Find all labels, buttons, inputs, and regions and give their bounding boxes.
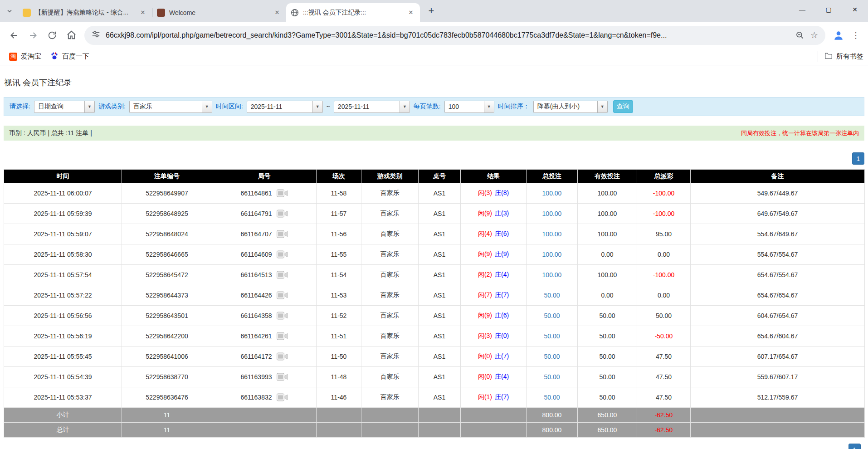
total-bet-link[interactable]: 100.00: [542, 271, 562, 278]
tab-close-icon[interactable]: ✕: [406, 8, 415, 17]
total-bet-link[interactable]: 50.00: [544, 373, 560, 381]
globe-icon: [291, 9, 299, 17]
close-button[interactable]: ✕: [842, 0, 868, 19]
date-to-select[interactable]: 2025-11-11 ▼: [334, 101, 410, 113]
new-tab-button[interactable]: +: [424, 3, 439, 19]
reload-button[interactable]: [43, 26, 62, 45]
round-number: 661164791: [240, 210, 272, 217]
cell-bet-id: 522958648925: [122, 204, 212, 224]
empty-cell: [361, 423, 419, 438]
video-replay-icon[interactable]: [277, 250, 288, 259]
maximize-button[interactable]: ▢: [815, 0, 842, 19]
cell-valid-bet: 0.00: [578, 244, 637, 265]
forward-button[interactable]: [24, 26, 43, 45]
back-button[interactable]: [5, 26, 24, 45]
page-1-button[interactable]: 1: [848, 444, 861, 449]
all-bookmarks[interactable]: 所有书签: [818, 51, 863, 62]
chevron-down-icon: ▼: [400, 101, 410, 112]
bookmark-star-icon[interactable]: ☆: [810, 31, 818, 39]
video-replay-icon[interactable]: [277, 189, 288, 197]
home-button[interactable]: [62, 26, 81, 45]
player-result: 闲(0): [478, 373, 492, 380]
total-bet-link[interactable]: 50.00: [544, 312, 560, 319]
cell-bet-id: 522958642200: [122, 326, 212, 347]
address-bar[interactable]: 66cxkj98.com/ipl/portal.php/game/betreco…: [84, 26, 825, 45]
query-type-select[interactable]: 日期查询 ▼: [34, 101, 95, 113]
tab-title: Welcome: [169, 9, 273, 16]
cell-total-bet: 100.00: [527, 183, 578, 204]
empty-cell: [419, 423, 461, 438]
query-type-value: 日期查询: [34, 102, 84, 111]
total-bet-link[interactable]: 50.00: [544, 353, 560, 360]
cell-round: 661164609: [212, 244, 317, 265]
table-row: 2025-11-11 05:53:37 522958636476 6611638…: [4, 387, 865, 408]
video-replay-icon[interactable]: [277, 271, 288, 279]
browser-menu-icon[interactable]: ⋮: [848, 26, 863, 45]
banker-result: 庄(8): [495, 189, 509, 196]
cell-round: 661163832: [212, 387, 317, 408]
tab-search-button[interactable]: [3, 5, 16, 18]
url-text[interactable]: 66cxkj98.com/ipl/portal.php/game/betreco…: [106, 31, 791, 39]
page-1-button[interactable]: 1: [852, 152, 864, 165]
banker-result: 庄(6): [495, 230, 509, 237]
site-settings-icon[interactable]: [92, 30, 100, 40]
cell-table-no: AS1: [419, 244, 461, 265]
profile-avatar[interactable]: [829, 26, 848, 45]
sort-order-select[interactable]: 降幕(由大到小) ▼: [533, 101, 608, 113]
total-bet-link[interactable]: 100.00: [542, 230, 562, 238]
cell-session: 11-56: [317, 224, 361, 244]
cell-total-bet: 100.00: [527, 244, 578, 265]
bookmark-aitaobao[interactable]: 淘 爱淘宝: [5, 50, 46, 63]
game-type-select[interactable]: 百家乐 ▼: [129, 101, 212, 113]
browser-tab-2[interactable]: Welcome ✕: [152, 3, 286, 22]
zoom-icon[interactable]: [795, 31, 804, 39]
video-replay-icon[interactable]: [277, 393, 288, 401]
cell-table-no: AS1: [419, 326, 461, 347]
browser-tab-1[interactable]: 【新提醒】海燕策略论坛 - 综合... ✕: [18, 3, 152, 22]
search-button[interactable]: 查询: [613, 100, 633, 113]
cell-game-type: 百家乐: [361, 367, 419, 387]
tab-close-icon[interactable]: ✕: [273, 8, 282, 17]
cell-session: 11-46: [317, 387, 361, 408]
round-number: 661164261: [240, 332, 272, 340]
cell-session: 11-57: [317, 204, 361, 224]
tab-close-icon[interactable]: ✕: [138, 8, 147, 17]
total-bet-link[interactable]: 50.00: [544, 394, 560, 401]
total-bet-link[interactable]: 50.00: [544, 292, 560, 299]
total-bet-link[interactable]: 50.00: [544, 332, 560, 340]
cell-round: 661164861: [212, 183, 317, 204]
video-replay-icon[interactable]: [277, 332, 288, 340]
page-size-value: 100: [445, 103, 484, 110]
video-replay-icon[interactable]: [277, 373, 288, 381]
table-row: 2025-11-11 05:55:45 522958641006 6611641…: [4, 347, 865, 367]
video-replay-icon[interactable]: [277, 352, 288, 361]
total-bet-link[interactable]: 100.00: [542, 190, 562, 197]
cell-result: 闲(1)庄(7): [461, 387, 527, 408]
video-replay-icon[interactable]: [277, 291, 288, 299]
total-bet-link[interactable]: 100.00: [542, 210, 562, 217]
video-replay-icon[interactable]: [277, 230, 288, 238]
cell-bet-id: 522958645472: [122, 265, 212, 285]
cell-bet-id: 522958644373: [122, 285, 212, 306]
player-result: 闲(2): [478, 271, 492, 278]
video-replay-icon[interactable]: [277, 210, 288, 218]
browser-tab-active[interactable]: :::视讯 会员下注纪录::: ✕: [286, 3, 420, 22]
cell-game-type: 百家乐: [361, 387, 419, 408]
page-size-select[interactable]: 100 ▼: [444, 101, 494, 113]
omnibox-actions: ☆: [795, 31, 818, 39]
total-bet-link[interactable]: 100.00: [542, 251, 562, 258]
cell-payout: -50.00: [637, 326, 691, 347]
cell-result: 闲(0)庄(4): [461, 367, 527, 387]
bookmark-baidu[interactable]: 百度一下: [46, 50, 94, 63]
cell-total-bet: 100.00: [527, 204, 578, 224]
date-from-select[interactable]: 2025-11-11 ▼: [247, 101, 323, 113]
minimize-button[interactable]: —: [789, 0, 815, 19]
empty-cell: [212, 408, 317, 423]
table-header-row: 时间 注单编号 局号 场次 游戏类别 桌号 结果 总投注 有效投注 总派彩 备注: [4, 170, 865, 183]
banker-result: 庄(3): [495, 210, 509, 217]
video-replay-icon[interactable]: [277, 312, 288, 320]
game-type-label: 游戏类别:: [98, 102, 126, 111]
subtotal-payout: -62.50: [637, 408, 691, 423]
cell-total-bet: 50.00: [527, 285, 578, 306]
player-result: 闲(9): [478, 312, 492, 319]
